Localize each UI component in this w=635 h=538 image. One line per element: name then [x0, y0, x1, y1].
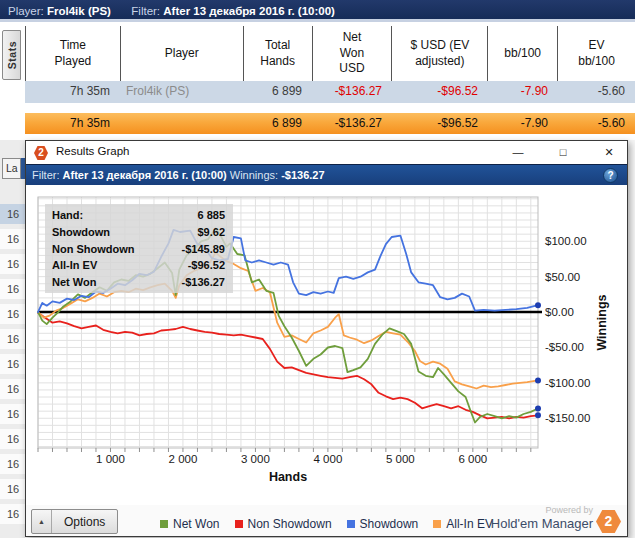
powered-by: Powered by Hold'em Manager: [491, 505, 593, 531]
legend-swatch-icon: [433, 520, 441, 528]
stats-table-header: Time PlayedPlayerTotal HandsNet Won USD$…: [25, 26, 635, 81]
svg-text:-$150.00: -$150.00: [545, 412, 590, 424]
svg-text:1 000: 1 000: [96, 453, 125, 465]
table-cell: -5.60: [558, 81, 635, 103]
list-item[interactable]: 16: [0, 329, 25, 349]
list-item[interactable]: 16: [0, 204, 25, 224]
table-cell: -$136.27: [312, 113, 392, 134]
readout-row: Showdown$9.62: [52, 224, 225, 241]
legend-item[interactable]: Net Won: [160, 517, 219, 531]
table-cell: Frol4ik (PS): [120, 81, 243, 103]
legend-label: Net Won: [173, 517, 219, 531]
legend-label: Showdown: [360, 517, 419, 531]
stats-side-tab-label: Stats: [6, 41, 18, 69]
stats-table: Time PlayedPlayerTotal HandsNet Won USD$…: [25, 26, 635, 138]
list-item[interactable]: 16: [0, 229, 25, 249]
winnings-value: -$136.27: [281, 169, 324, 181]
column-header[interactable]: EV bb/100: [558, 26, 635, 81]
table-cell: 6 899: [243, 113, 312, 134]
legend-swatch-icon: [235, 520, 243, 528]
column-header[interactable]: bb/100: [488, 26, 558, 81]
results-graph-titlebar[interactable]: 2 Results Graph — □ ✕: [26, 141, 627, 164]
table-cell: 6 899: [243, 81, 312, 103]
graph-bottom-bar: ▲ Options Net WonNon ShowdownShowdownAll…: [26, 505, 627, 536]
table-cell: -$96.52: [392, 113, 488, 134]
column-header[interactable]: Player: [121, 26, 244, 81]
filter-label: Filter:: [131, 5, 160, 17]
svg-text:Winnings: Winnings: [595, 294, 609, 350]
legend-item[interactable]: Showdown: [347, 517, 419, 531]
minimize-button[interactable]: —: [510, 144, 526, 161]
options-button[interactable]: ▲ Options: [31, 509, 118, 534]
table-cell: 7h 35m: [25, 81, 120, 103]
svg-text:$100.00: $100.00: [545, 235, 587, 247]
powered-by-line2: Hold'em Manager: [491, 516, 593, 531]
list-item[interactable]: 16: [0, 429, 25, 449]
background-window-left-edge: La 16161616161616161616161616: [0, 140, 25, 538]
readout-row: All-In EV-$96.52: [52, 257, 225, 274]
legend-swatch-icon: [347, 520, 355, 528]
list-item[interactable]: 16: [0, 304, 25, 324]
graph-filter-bar: Filter: After 13 декабря 2016 г. (10:00)…: [26, 164, 627, 185]
svg-text:3 000: 3 000: [241, 453, 270, 465]
table-row[interactable]: 7h 35m6 899-$136.27-$96.52-7.90-5.60: [25, 113, 635, 134]
filter-value: After 13 декабря 2016 г. (10:00): [163, 5, 335, 17]
background-side-tab[interactable]: La: [2, 158, 21, 179]
player-value: Frol4ik (PS): [47, 5, 111, 17]
readout-row: Net Won-$136.27: [52, 274, 225, 291]
table-cell: 7h 35m: [25, 113, 120, 134]
graph-filter-value: After 13 декабря 2016 г. (10:00): [63, 169, 227, 181]
hm2-app-icon: 2: [34, 146, 48, 160]
table-cell: -7.90: [488, 81, 558, 103]
legend-item[interactable]: Non Showdown: [235, 517, 332, 531]
table-cell: [120, 113, 243, 134]
legend-item[interactable]: All-In EV: [433, 517, 493, 531]
results-graph-window: 2 Results Graph — □ ✕ Filter: After 13 д…: [25, 140, 628, 537]
list-item[interactable]: 16: [0, 404, 25, 424]
legend-label: All-In EV: [446, 517, 493, 531]
table-cell: -$96.52: [392, 81, 488, 103]
readout-row: Non Showdown-$145.89: [52, 241, 225, 258]
background-window-right-edge: [628, 140, 635, 538]
svg-text:-$100.00: -$100.00: [545, 377, 590, 389]
legend-label: Non Showdown: [248, 517, 332, 531]
maximize-button[interactable]: □: [555, 144, 571, 161]
table-row[interactable]: 7h 35mFrol4ik (PS)6 899-$136.27-$96.52-7…: [25, 81, 635, 103]
winnings-label: Winnings:: [230, 169, 278, 181]
holdem-manager-logo-icon: 2: [596, 510, 621, 533]
list-item[interactable]: 16: [0, 279, 25, 299]
svg-text:-$50.00: -$50.00: [545, 341, 584, 353]
list-item[interactable]: 16: [0, 354, 25, 374]
table-cell: -7.90: [488, 113, 558, 134]
list-item[interactable]: 16: [0, 479, 25, 499]
list-item[interactable]: 16: [0, 504, 25, 524]
help-icon[interactable]: ?: [603, 168, 618, 183]
svg-text:$0.00: $0.00: [545, 306, 574, 318]
readout-row: Hand:6 885: [52, 207, 225, 224]
list-item[interactable]: 16: [0, 454, 25, 474]
column-header[interactable]: $ USD (EV adjusted): [392, 26, 488, 81]
svg-text:2 000: 2 000: [169, 453, 198, 465]
window-title: Results Graph: [56, 145, 130, 157]
column-header[interactable]: Total Hands: [244, 26, 313, 81]
close-button[interactable]: ✕: [601, 144, 617, 161]
legend-swatch-icon: [160, 520, 168, 528]
list-item[interactable]: 16: [0, 254, 25, 274]
svg-text:$50.00: $50.00: [545, 271, 580, 283]
table-cell: -5.60: [558, 113, 635, 134]
svg-text:6 000: 6 000: [458, 453, 487, 465]
svg-text:5 000: 5 000: [386, 453, 415, 465]
svg-text:4 000: 4 000: [314, 453, 343, 465]
chart-hover-readout: Hand:6 885Showdown$9.62Non Showdown-$145…: [45, 204, 233, 293]
graph-filter-label: Filter:: [32, 169, 60, 181]
options-button-label: Options: [52, 510, 117, 533]
stats-side-tab[interactable]: Stats: [2, 30, 21, 80]
powered-by-line1: Powered by: [491, 505, 593, 516]
table-cell: -$136.27: [312, 81, 392, 103]
column-header[interactable]: Time Played: [26, 26, 121, 81]
list-item[interactable]: 16: [0, 379, 25, 399]
main-window-info-bar: Player: Frol4ik (PS) Filter: After 13 де…: [0, 0, 635, 22]
player-label: Player:: [8, 5, 44, 17]
column-header[interactable]: Net Won USD: [313, 26, 393, 81]
options-collapse-arrow-icon[interactable]: ▲: [32, 510, 52, 533]
